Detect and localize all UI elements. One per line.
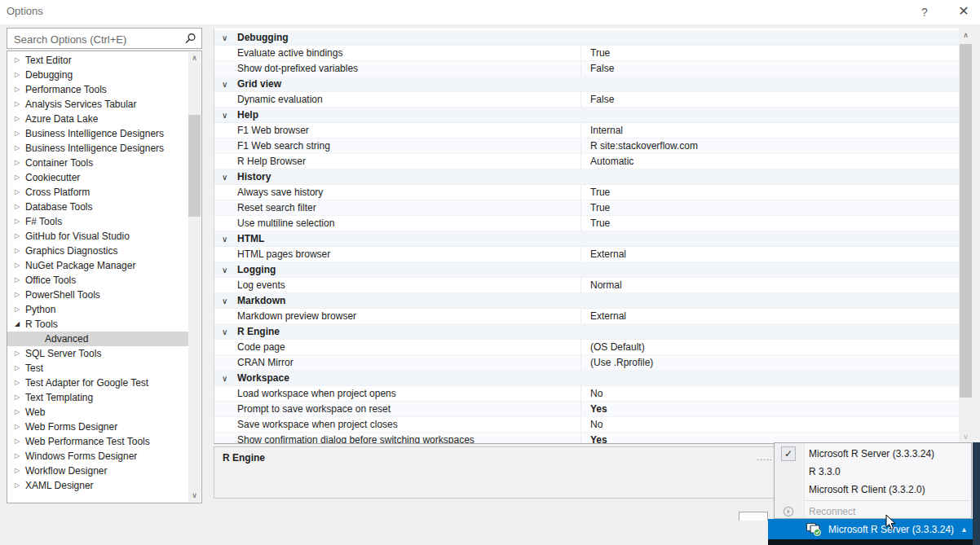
sidebar-item-xaml-designer[interactable]: ▷XAML Designer — [7, 478, 188, 493]
settings-category-grid-view[interactable]: ∨Grid view — [214, 77, 959, 92]
sidebar-item-windows-forms-designer[interactable]: ▷Windows Forms Designer — [7, 449, 188, 464]
menu-item-microsoft-r-client-3-3-2-0[interactable]: Microsoft R Client (3.3.2.0) — [775, 481, 971, 499]
expander-expanded-icon[interactable]: ◢ — [15, 317, 20, 332]
settings-row-f1-web-browser[interactable]: F1 Web browserInternal — [214, 123, 959, 138]
sidebar-item-test-adapter-for-google-test[interactable]: ▷Test Adapter for Google Test — [7, 376, 188, 390]
expander-collapsed-icon[interactable]: ▷ — [15, 97, 20, 112]
settings-row-markdown-preview-browser[interactable]: Markdown preview browserExternal — [214, 309, 959, 324]
sidebar-item-workflow-designer[interactable]: ▷Workflow Designer — [7, 464, 188, 478]
sidebar-item-test[interactable]: ▷Test — [7, 361, 188, 376]
setting-value[interactable]: True — [580, 46, 959, 60]
expander-collapsed-icon[interactable]: ▷ — [15, 434, 20, 449]
expander-collapsed-icon[interactable]: ▷ — [15, 68, 20, 82]
expander-collapsed-icon[interactable]: ▷ — [15, 126, 20, 141]
sidebar-item-r-tools[interactable]: ◢R Tools — [7, 317, 188, 332]
expander-collapsed-icon[interactable]: ▷ — [15, 420, 20, 434]
sidebar-item-office-tools[interactable]: ▷Office Tools — [7, 273, 188, 288]
setting-value[interactable]: External — [580, 309, 959, 323]
settings-row-r-help-browser[interactable]: R Help BrowserAutomatic — [214, 154, 959, 169]
chevron-up-icon[interactable]: ▲ — [960, 525, 968, 534]
expander-collapsed-icon[interactable]: ▷ — [15, 112, 20, 126]
setting-value[interactable]: Internal — [580, 123, 959, 138]
settings-row-save-workspace-when-project-closes[interactable]: Save workspace when project closesNo — [214, 417, 959, 433]
settings-category-markdown[interactable]: ∨Markdown — [214, 293, 959, 309]
chevron-down-icon[interactable]: ∨ — [222, 293, 227, 309]
chevron-down-icon[interactable]: ∨ — [222, 371, 227, 386]
sidebar-item-business-intelligence-designers[interactable]: ▷Business Intelligence Designers — [7, 141, 188, 156]
scroll-up-icon[interactable]: ∧ — [188, 52, 201, 64]
chevron-down-icon[interactable]: ∨ — [222, 169, 227, 185]
settings-row-reset-search-filter[interactable]: Reset search filterTrue — [214, 200, 959, 216]
setting-value[interactable]: True — [580, 185, 959, 200]
sidebar-item-text-editor[interactable]: ▷Text Editor — [7, 53, 188, 68]
sidebar-item-graphics-diagnostics[interactable]: ▷Graphics Diagnostics — [7, 244, 188, 258]
expander-collapsed-icon[interactable]: ▷ — [15, 302, 20, 317]
sidebar-item-sql-server-tools[interactable]: ▷SQL Server Tools — [7, 346, 188, 361]
settings-category-workspace[interactable]: ∨Workspace — [214, 371, 959, 386]
sidebar-scrollbar[interactable]: ∧ ∨ — [188, 52, 201, 502]
chevron-down-icon[interactable]: ∨ — [222, 262, 227, 278]
settings-scrollbar[interactable]: ∧ ∨ — [959, 29, 973, 444]
scroll-down-icon[interactable]: ∨ — [188, 490, 201, 502]
settings-row-prompt-to-save-workspace-on-reset[interactable]: Prompt to save workspace on resetYes — [214, 402, 959, 417]
expander-collapsed-icon[interactable]: ▷ — [15, 346, 20, 361]
sidebar-item-business-intelligence-designers[interactable]: ▷Business Intelligence Designers — [7, 126, 188, 141]
settings-row-show-dot-prefixed-variables[interactable]: Show dot-prefixed variablesFalse — [214, 61, 959, 77]
sidebar-item-powershell-tools[interactable]: ▷PowerShell Tools — [7, 288, 188, 302]
sidebar-item-advanced[interactable]: Advanced — [7, 332, 188, 346]
scroll-down-icon[interactable]: ∨ — [959, 431, 973, 443]
menu-item-microsoft-r-server-3-3-3-24[interactable]: ✓Microsoft R Server (3.3.3.24) — [775, 445, 971, 463]
chevron-down-icon[interactable]: ∨ — [222, 30, 227, 46]
settings-row-cran-mirror[interactable]: CRAN Mirror(Use .Rprofile) — [214, 355, 959, 371]
setting-value[interactable]: No — [580, 386, 959, 401]
sidebar-item-container-tools[interactable]: ▷Container Tools — [7, 156, 188, 170]
expander-collapsed-icon[interactable]: ▷ — [15, 214, 20, 229]
expander-collapsed-icon[interactable]: ▷ — [15, 361, 20, 376]
expander-collapsed-icon[interactable]: ▷ — [15, 244, 20, 258]
sidebar-item-github-for-visual-studio[interactable]: ▷GitHub for Visual Studio — [7, 229, 188, 244]
chevron-down-icon[interactable]: ∨ — [222, 77, 227, 92]
settings-category-debugging[interactable]: ∨Debugging — [214, 30, 959, 46]
sidebar-item-cookiecutter[interactable]: ▷Cookiecutter — [7, 170, 188, 185]
sidebar-item-performance-tools[interactable]: ▷Performance Tools — [7, 82, 188, 97]
setting-value[interactable]: False — [580, 61, 959, 76]
expander-collapsed-icon[interactable]: ▷ — [15, 229, 20, 244]
chevron-down-icon[interactable]: ∨ — [222, 231, 227, 247]
close-icon[interactable]: ✕ — [952, 2, 975, 20]
expander-collapsed-icon[interactable]: ▷ — [15, 478, 20, 493]
expander-collapsed-icon[interactable]: ▷ — [15, 405, 20, 420]
setting-value[interactable]: Yes — [580, 402, 959, 416]
expander-collapsed-icon[interactable]: ▷ — [15, 390, 20, 405]
settings-row-code-page[interactable]: Code page(OS Default) — [214, 340, 959, 355]
expander-collapsed-icon[interactable]: ▷ — [15, 200, 20, 214]
sidebar-item-database-tools[interactable]: ▷Database Tools — [7, 200, 188, 214]
expander-collapsed-icon[interactable]: ▷ — [15, 273, 20, 288]
settings-category-history[interactable]: ∨History — [214, 169, 959, 185]
setting-value[interactable]: False — [580, 92, 959, 107]
sidebar-item-web-performance-test-tools[interactable]: ▷Web Performance Test Tools — [7, 434, 188, 449]
setting-value[interactable]: No — [580, 417, 959, 432]
expander-collapsed-icon[interactable]: ▷ — [15, 185, 20, 200]
setting-value[interactable]: (Use .Rprofile) — [580, 355, 959, 370]
settings-category-help[interactable]: ∨Help — [214, 108, 959, 123]
scrollbar-thumb[interactable] — [188, 115, 201, 217]
setting-value[interactable]: True — [580, 200, 959, 215]
settings-row-always-save-history[interactable]: Always save historyTrue — [214, 185, 959, 200]
setting-value[interactable]: Normal — [580, 278, 959, 292]
sidebar-item-f-tools[interactable]: ▷F# Tools — [7, 214, 188, 229]
sidebar-item-nuget-package-manager[interactable]: ▷NuGet Package Manager — [7, 258, 188, 273]
sidebar-item-debugging[interactable]: ▷Debugging — [7, 68, 188, 82]
settings-row-load-workspace-when-project-opens[interactable]: Load workspace when project opensNo — [214, 386, 959, 402]
sidebar-item-web-forms-designer[interactable]: ▷Web Forms Designer — [7, 420, 188, 434]
settings-row-dynamic-evaluation[interactable]: Dynamic evaluationFalse — [214, 92, 959, 108]
scroll-up-icon[interactable]: ∧ — [959, 29, 973, 42]
settings-category-logging[interactable]: ∨Logging — [214, 262, 959, 278]
setting-value[interactable]: Automatic — [580, 154, 959, 169]
sidebar-item-web[interactable]: ▷Web — [7, 405, 188, 420]
sidebar-item-text-templating[interactable]: ▷Text Templating — [7, 390, 188, 405]
expander-collapsed-icon[interactable]: ▷ — [15, 156, 20, 170]
sidebar-item-python[interactable]: ▷Python — [7, 302, 188, 317]
settings-category-r-engine[interactable]: ∨R Engine — [214, 324, 959, 340]
settings-row-log-events[interactable]: Log eventsNormal — [214, 278, 959, 293]
setting-value[interactable]: R site:stackoverflow.com — [580, 138, 959, 153]
